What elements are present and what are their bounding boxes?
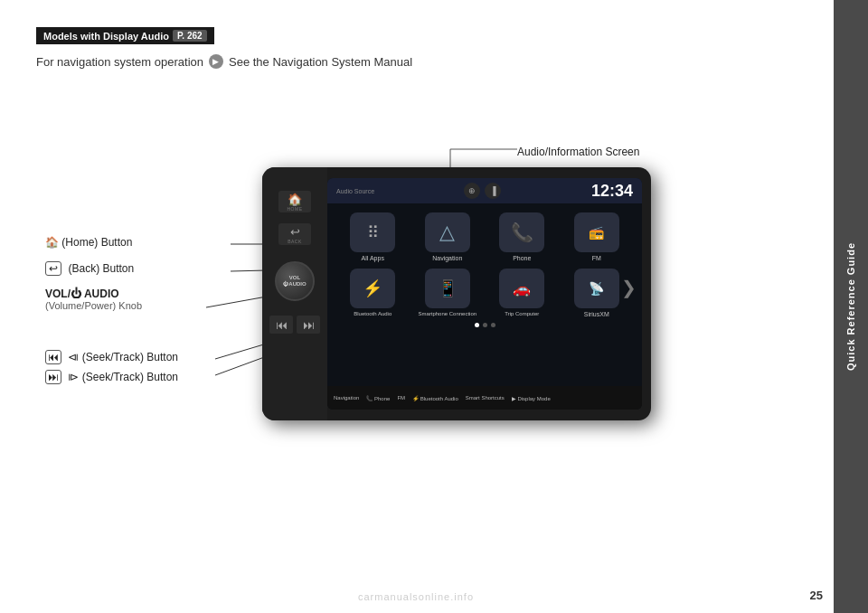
app-all-apps-icon: ⠿ — [350, 212, 395, 252]
page-ref: P. 262 — [173, 30, 207, 42]
app-smartphone-icon: 📱 — [425, 269, 470, 308]
screen-icons: ⊕ ▐ — [464, 183, 501, 199]
audio-source-label: Audio Source — [336, 188, 374, 194]
home-hw-label: HOME — [288, 206, 303, 212]
seek-back-icon: ⏮ — [45, 350, 61, 364]
app-trip-icon: 🚗 — [499, 269, 544, 308]
dot-3 — [491, 323, 495, 327]
vol-audio-text: VOL/⏻ AUDIO — [45, 288, 142, 300]
back-hw-button[interactable]: ↩ BACK — [278, 223, 311, 245]
svg-line-5 — [231, 270, 267, 271]
home-hw-icon: 🏠 — [288, 193, 302, 206]
seek-fwd-text: ⧐ (Seek/Track) Button — [68, 371, 178, 383]
screen-icon-2: ▐ — [485, 183, 501, 199]
vol-knob[interactable]: VOL⏻AUDIO — [275, 261, 315, 301]
home-button-text: (Home) Button — [61, 236, 132, 249]
nav-line-suffix: See the Navigation System Manual — [229, 55, 412, 69]
right-tab: Quick Reference Guide — [834, 0, 868, 613]
seek-next-button[interactable]: ⏭ — [297, 316, 320, 334]
watermark-text: carmanualsonline.info — [358, 591, 474, 602]
audio-info-text: Audio/Information Screen — [517, 146, 639, 158]
app-phone[interactable]: 📞 Phone — [487, 212, 557, 261]
back-button-label: ↩ (Back) Button — [45, 259, 134, 276]
app-bluetooth-icon: ⚡ — [350, 269, 395, 308]
nav-line-text: For navigation system operation — [36, 55, 203, 69]
right-chevron-icon[interactable]: ❯ — [621, 277, 637, 298]
app-grid-row1: ⠿ All Apps △ Navigation 📞 Phone 📻 FM — [327, 203, 642, 265]
screen-icon-1: ⊕ — [464, 183, 480, 199]
right-tab-label: Quick Reference Guide — [845, 242, 856, 371]
screen-top-bar: Audio Source ⊕ ▐ 12:34 — [327, 178, 642, 203]
badge-text: Models with Display Audio — [43, 31, 169, 42]
seek-back-text: ⧏ (Seek/Track) Button — [68, 351, 178, 363]
screen-clock: 12:34 — [591, 182, 633, 201]
vol-audio-label: VOL/⏻ AUDIO (Volume/Power) Knob — [45, 288, 142, 311]
vol-power-text: (Volume/Power) Knob — [45, 300, 142, 311]
app-navigation-icon: △ — [425, 212, 470, 252]
vol-knob-label: VOL⏻AUDIO — [283, 275, 306, 288]
app-trip[interactable]: 🚗 Trip Computer — [487, 269, 557, 317]
app-fm-icon: 📻 — [574, 212, 619, 252]
app-siriusxm-label: SiriusXM — [584, 311, 609, 317]
left-control-panel: 🏠 HOME ↩ BACK VOL⏻AUDIO ⏮ ⏭ — [262, 167, 327, 420]
svg-line-11 — [215, 356, 267, 375]
back-hw-icon: ↩ — [290, 225, 300, 239]
app-smartphone[interactable]: 📱 Smartphone Connection — [413, 269, 483, 317]
nav-item-shortcuts[interactable]: Smart Shortcuts — [463, 395, 507, 401]
nav-item-bluetooth[interactable]: ⚡ Bluetooth Audio — [410, 395, 461, 401]
app-grid-row2: ⚡ Bluetooth Audio 📱 Smartphone Connectio… — [327, 265, 642, 321]
dot-2 — [483, 323, 487, 327]
seek-fwd-label: ⏭ ⧐ (Seek/Track) Button — [45, 368, 178, 384]
app-siriusxm-icon: 📡 — [574, 269, 619, 308]
app-all-apps[interactable]: ⠿ All Apps — [338, 212, 408, 261]
infotainment-screen[interactable]: Audio Source ⊕ ▐ 12:34 ⠿ All Apps △ Navi… — [327, 178, 642, 410]
app-all-apps-label: All Apps — [362, 255, 384, 261]
app-navigation[interactable]: △ Navigation — [413, 212, 483, 261]
audio-info-label: Audio/Information Screen — [517, 143, 639, 159]
app-navigation-label: Navigation — [432, 255, 462, 261]
svg-line-9 — [215, 344, 267, 359]
page-dots — [327, 323, 642, 327]
seek-prev-button[interactable]: ⏮ — [269, 316, 293, 334]
app-trip-label: Trip Computer — [505, 311, 539, 316]
app-smartphone-label: Smartphone Connection — [418, 311, 476, 316]
home-icon-box: 🏠 — [45, 236, 61, 249]
seek-buttons-group: ⏮ ⏭ — [269, 316, 320, 334]
app-bluetooth-label: Bluetooth Audio — [354, 311, 392, 316]
seek-prev-icon: ⏮ — [276, 318, 288, 332]
svg-line-7 — [206, 297, 267, 307]
nav-item-navigation[interactable]: Navigation — [331, 395, 362, 401]
back-button-text: (Back) Button — [68, 262, 134, 275]
home-button-label: 🏠 (Home) Button — [45, 233, 132, 250]
bottom-nav-bar: Navigation 📞 Phone FM ⚡ Bluetooth Audio … — [327, 386, 642, 410]
dot-1 — [475, 323, 479, 327]
back-hw-label: BACK — [288, 239, 302, 244]
home-hw-button[interactable]: 🏠 HOME — [278, 191, 311, 212]
nav-item-fm[interactable]: FM — [394, 395, 408, 401]
back-icon-box: ↩ — [45, 261, 61, 276]
app-phone-label: Phone — [513, 255, 531, 261]
nav-line: For navigation system operation ▶ See th… — [36, 54, 412, 69]
audio-source-group: Audio Source — [336, 188, 374, 194]
app-phone-icon: 📞 — [499, 212, 544, 252]
nav-item-phone[interactable]: 📞 Phone — [363, 395, 392, 401]
app-bluetooth[interactable]: ⚡ Bluetooth Audio — [338, 269, 408, 317]
app-fm[interactable]: 📻 FM — [562, 212, 632, 261]
head-unit: 🏠 HOME ↩ BACK VOL⏻AUDIO ⏮ ⏭ Audio Source — [262, 167, 651, 420]
seek-fwd-icon: ⏭ — [45, 370, 61, 384]
app-fm-label: FM — [592, 255, 601, 261]
seek-back-label: ⏮ ⧏ (Seek/Track) Button — [45, 348, 178, 364]
seek-next-icon: ⏭ — [303, 318, 315, 332]
nav-circle-icon: ▶ — [209, 54, 223, 69]
header-badge: Models with Display Audio P. 262 — [36, 27, 214, 44]
watermark: carmanualsonline.info — [0, 591, 832, 602]
nav-item-display[interactable]: ▶ Display Mode — [509, 395, 553, 401]
